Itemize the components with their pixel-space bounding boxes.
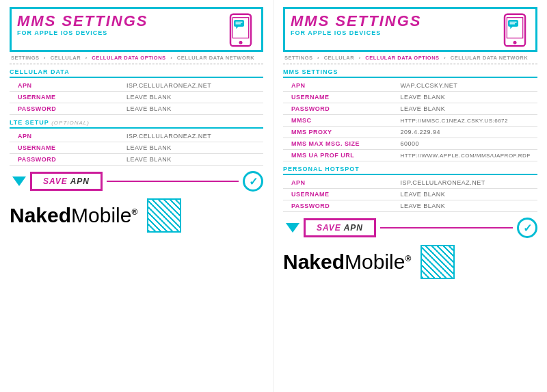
table-row: Password Leave Blank: [10, 154, 263, 166]
row-value-user1: Leave Blank: [124, 92, 263, 103]
left-title: MMS Settings: [17, 13, 220, 29]
r-value-maxsize: 60000: [397, 138, 537, 150]
row-label-apn2: APN: [10, 131, 124, 142]
table-row: MMSC http://mmsc.c1neaz.csky.us:6672: [283, 115, 537, 127]
right-logo-section: NakedMobile®: [283, 245, 537, 279]
svg-point-2: [239, 41, 243, 44]
r-breadcrumb-cellular: Cellular: [324, 55, 354, 61]
left-save-section: SAVE APN ✓: [10, 171, 263, 192]
check-circle-right: ✓: [517, 218, 537, 238]
check-circle-left: ✓: [243, 171, 263, 192]
row-label-pass1: Password: [10, 103, 124, 115]
logo-box-right: [421, 245, 455, 279]
line-left: [107, 181, 239, 182]
h-value-pass: Leave Blank: [397, 200, 537, 212]
phone-icon-right: [500, 13, 530, 47]
r-value-user: Leave Blank: [397, 92, 537, 103]
save-word-left: SAVE: [43, 177, 68, 186]
apn-word-right: APN: [341, 223, 363, 233]
table-row: MMS Max Msg. Size 60000: [283, 138, 537, 150]
breadcrumb-sep1: ›: [44, 55, 48, 61]
r-value-mmsc: http://mmsc.c1neaz.csky.us:6672: [397, 115, 537, 127]
reg-right: ®: [405, 254, 411, 263]
table-row: Username Leave Blank: [283, 92, 537, 103]
svg-point-9: [513, 41, 517, 44]
left-lte-title: LTE Setup (optional): [10, 119, 263, 129]
table-row: MMS Proxy 209.4.229.94: [283, 127, 537, 138]
r-label-maxsize: MMS Max Msg. Size: [283, 138, 397, 150]
breadcrumb-data-options: Cellular Data Options: [92, 55, 165, 61]
right-hotspot-table: APN isp.cellularoneaz.net Username Leave…: [283, 177, 537, 212]
right-title: MMS Settings: [291, 13, 494, 29]
breadcrumb-cellular: Cellular: [51, 55, 81, 61]
mobile-word-left: Mobile: [71, 204, 131, 226]
save-word-right: SAVE: [317, 223, 341, 233]
right-subtitle: For Apple iOS Devices: [291, 29, 494, 36]
left-cellular-data-title: Cellular Data: [10, 68, 263, 78]
breadcrumb-settings: Settings: [11, 55, 40, 61]
table-row: Password Leave Blank: [283, 200, 537, 212]
right-breadcrumb: Settings › Cellular › Cellular Data Opti…: [283, 55, 537, 64]
r-breadcrumb-network: Cellular Data Network: [451, 55, 528, 61]
right-panel: MMS Settings For Apple iOS Devices Setti…: [274, 0, 547, 392]
right-header: MMS Settings For Apple iOS Devices: [283, 7, 537, 52]
reg-left: ®: [131, 207, 137, 217]
right-save-button[interactable]: SAVE APN: [304, 218, 376, 237]
phone-icon-left: [226, 13, 256, 47]
row-value-apn2: isp.cellularoneaz.net: [124, 131, 263, 142]
table-row: Username Leave Blank: [283, 189, 537, 200]
right-header-text: MMS Settings For Apple iOS Devices: [291, 13, 494, 36]
left-logo-section: NakedMobile®: [10, 198, 263, 233]
r-label-uaprof: MMS UA Prof URL: [283, 150, 397, 161]
table-row: APN wap.clcsky.net: [283, 80, 537, 92]
svg-marker-11: [510, 27, 512, 29]
svg-rect-10: [508, 20, 518, 27]
logo-box-left: [147, 198, 181, 233]
row-value-apn1: isp.cellularoneaz.net: [124, 80, 263, 92]
table-row: APN isp.cellularoneaz.net: [283, 177, 537, 189]
breadcrumb-sep2: ›: [85, 55, 90, 61]
svg-rect-3: [234, 20, 244, 27]
line-right: [380, 227, 513, 228]
right-mms-title: MMS Settings: [283, 68, 537, 78]
row-label-apn1: APN: [10, 80, 124, 92]
left-subtitle: For Apple iOS Devices: [17, 29, 220, 36]
r-value-uaprof: http://www.apple.com/mms/uaprof.rdf: [397, 150, 537, 161]
lte-optional: (optional): [51, 120, 90, 126]
row-value-pass2: Leave Blank: [124, 154, 263, 166]
right-logo: NakedMobile®: [283, 252, 411, 272]
r-label-user: Username: [283, 92, 397, 103]
naked-word-left: Naked: [10, 204, 71, 226]
row-value-user2: Leave Blank: [124, 142, 263, 154]
r-label-mmsc: MMSC: [283, 115, 397, 127]
arrow-down-icon-left: [12, 177, 26, 186]
left-cellular-data-table: APN isp.cellularoneaz.net Username Leave…: [10, 80, 263, 115]
checkmark-right: ✓: [523, 222, 532, 235]
r-breadcrumb-sep2: ›: [359, 55, 363, 61]
r-value-apn: wap.clcsky.net: [397, 80, 537, 92]
left-header: MMS Settings For Apple iOS Devices: [10, 7, 263, 52]
h-label-user: Username: [283, 189, 397, 200]
left-logo: NakedMobile®: [10, 205, 137, 226]
r-label-proxy: MMS Proxy: [283, 127, 397, 138]
right-hotspot-title: Personal Hotspot: [283, 166, 537, 175]
r-breadcrumb-sep3: ›: [444, 55, 448, 61]
h-value-apn: isp.cellularoneaz.net: [397, 177, 537, 189]
right-mms-table: APN wap.clcsky.net Username Leave Blank …: [283, 80, 537, 161]
left-header-text: MMS Settings For Apple iOS Devices: [17, 13, 220, 36]
table-row: APN isp.cellularoneaz.net: [10, 131, 263, 142]
left-save-button[interactable]: SAVE APN: [30, 172, 103, 191]
row-label-user2: Username: [10, 142, 124, 154]
r-breadcrumb-settings: Settings: [284, 55, 313, 61]
table-row: Password Leave Blank: [10, 103, 263, 115]
r-label-apn: APN: [283, 80, 397, 92]
left-breadcrumb: Settings › Cellular › Cellular Data Opti…: [10, 55, 263, 64]
mobile-word-right: Mobile: [345, 250, 405, 273]
left-panel: MMS Settings For Apple iOS Devices Setti…: [0, 0, 274, 392]
h-label-apn: APN: [283, 177, 397, 189]
row-value-pass1: Leave Blank: [124, 103, 263, 115]
breadcrumb-network: Cellular Data Network: [177, 55, 254, 61]
arrow-down-icon-right: [286, 223, 299, 233]
table-row: Username Leave Blank: [10, 92, 263, 103]
svg-marker-4: [236, 27, 238, 29]
